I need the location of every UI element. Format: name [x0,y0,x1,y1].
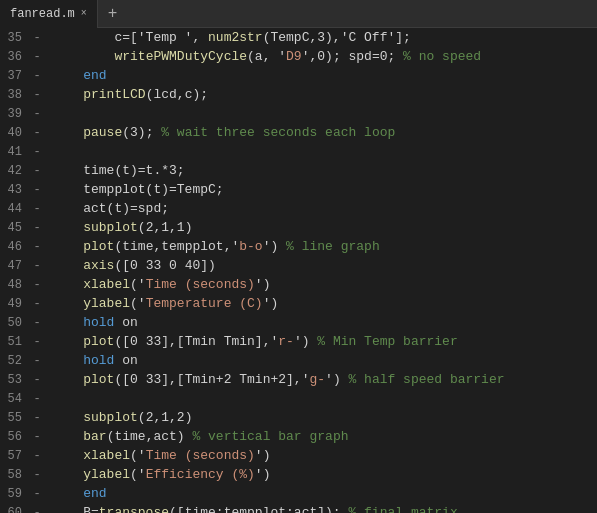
code-segment: c=['Temp ', [52,30,208,45]
line-code: act(t)=spd; [44,199,597,218]
tab-fanread[interactable]: fanread.m × [0,0,98,28]
code-segment [52,486,83,501]
code-segment [52,353,83,368]
table-row: 48- xlabel('Time (seconds)') [0,275,597,294]
table-row: 45- subplot(2,1,1) [0,218,597,237]
code-segment [52,429,83,444]
code-segment: transpose [99,505,169,513]
line-number: 41 [0,143,30,162]
code-segment: % wait three seconds each loop [161,125,395,140]
line-dash: - [30,352,44,371]
code-segment: end [83,68,106,83]
line-number: 53 [0,371,30,390]
line-dash: - [30,219,44,238]
line-dash: - [30,181,44,200]
code-segment: ') [255,277,271,292]
line-code: time(t)=t.*3; [44,161,597,180]
code-segment: ylabel [83,467,130,482]
line-code: subplot(2,1,2) [44,408,597,427]
table-row: 55- subplot(2,1,2) [0,408,597,427]
line-dash: - [30,314,44,333]
line-number: 37 [0,67,30,86]
code-segment [52,87,83,102]
line-dash: - [30,466,44,485]
table-row: 54- [0,389,597,408]
code-segment: ([0 33],[Tmin+2 Tmin+2],' [114,372,309,387]
code-segment: plot [83,334,114,349]
table-row: 39- [0,104,597,123]
line-code: xlabel('Time (seconds)') [44,275,597,294]
line-code [44,104,597,123]
code-segment: % half speed barrier [349,372,505,387]
code-segment: hold [83,315,114,330]
line-number: 40 [0,124,30,143]
line-dash: - [30,200,44,219]
line-code: ylabel('Temperature (C)') [44,294,597,313]
tab-add-button[interactable]: + [98,0,128,28]
code-segment: (3); [122,125,161,140]
tab-close-icon[interactable]: × [81,8,87,19]
code-segment [52,448,83,463]
line-number: 50 [0,314,30,333]
line-dash: - [30,257,44,276]
line-code: subplot(2,1,1) [44,218,597,237]
code-segment: (lcd,c); [146,87,208,102]
code-segment: (2,1,2) [138,410,193,425]
table-row: 40- pause(3); % wait three seconds each … [0,123,597,142]
line-code: plot(time,tempplot,'b-o') % line graph [44,237,597,256]
code-segment [52,334,83,349]
line-dash: - [30,390,44,409]
line-number: 46 [0,238,30,257]
code-segment: % no speed [403,49,481,64]
code-segment: ') [263,239,286,254]
code-segment: % vertical bar graph [192,429,348,444]
code-area: 35- c=['Temp ', num2str(TempC,3),'C Off'… [0,28,597,513]
line-number: 45 [0,219,30,238]
line-code [44,142,597,161]
code-segment: xlabel [83,277,130,292]
line-dash: - [30,409,44,428]
line-code: printLCD(lcd,c); [44,85,597,104]
line-dash: - [30,371,44,390]
code-segment: time(t)=t.*3; [52,163,185,178]
line-code: hold on [44,351,597,370]
code-segment: (time,act) [107,429,193,444]
line-code: writePWMDutyCycle(a, 'D9',0); spd=0; % n… [44,47,597,66]
table-row: 35- c=['Temp ', num2str(TempC,3),'C Off'… [0,28,597,47]
line-dash: - [30,295,44,314]
line-dash: - [30,124,44,143]
table-row: 58- ylabel('Efficiency (%)') [0,465,597,484]
code-segment: ') [263,296,279,311]
table-row: 46- plot(time,tempplot,'b-o') % line gra… [0,237,597,256]
code-segment: (TempC,3),'C Off']; [263,30,411,45]
code-segment [52,372,83,387]
line-code: axis([0 33 0 40]) [44,256,597,275]
line-number: 35 [0,29,30,48]
line-number: 60 [0,504,30,513]
line-code: pause(3); % wait three seconds each loop [44,123,597,142]
table-row: 37- end [0,66,597,85]
code-segment: xlabel [83,448,130,463]
code-segment: (' [130,448,146,463]
table-row: 47- axis([0 33 0 40]) [0,256,597,275]
code-segment: ') [255,448,271,463]
code-segment: (' [130,296,146,311]
code-segment: act(t)=spd; [52,201,169,216]
code-segment [52,68,83,83]
code-segment: on [114,353,137,368]
code-segment: ([time;tempplot;act]); [169,505,348,513]
code-segment [52,315,83,330]
line-dash: - [30,162,44,181]
line-code: ylabel('Efficiency (%)') [44,465,597,484]
code-segment: on [114,315,137,330]
code-segment [52,258,83,273]
code-segment: ') [255,467,271,482]
line-dash: - [30,447,44,466]
code-segment [52,239,83,254]
code-segment: % final matrix [348,505,457,513]
table-row: 49- ylabel('Temperature (C)') [0,294,597,313]
code-segment: plot [83,372,114,387]
code-segment: r- [278,334,294,349]
line-number: 36 [0,48,30,67]
code-segment: tempplot(t)=TempC; [52,182,224,197]
